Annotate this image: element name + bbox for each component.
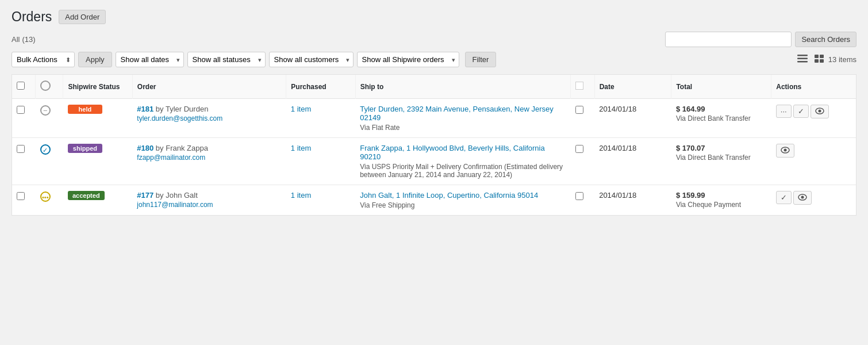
table-row: ••• accepted #177 by John Galt john117@m… bbox=[12, 185, 856, 216]
purchased-link[interactable]: 1 item bbox=[291, 191, 311, 200]
header-actions: Actions bbox=[771, 75, 856, 99]
row-purchased-cell: 1 item bbox=[286, 185, 355, 216]
all-label: All bbox=[11, 35, 20, 44]
svg-rect-5 bbox=[815, 59, 819, 63]
payment-method: Via Cheque Payment bbox=[676, 201, 767, 209]
order-by: by Frank Zappa bbox=[156, 144, 208, 152]
order-email-link[interactable]: tyler.durden@sogetthis.com bbox=[137, 114, 282, 122]
payment-method: Via Direct Bank Transfer bbox=[676, 114, 767, 122]
row-checkbox[interactable] bbox=[17, 145, 25, 153]
row-ship-checkbox[interactable] bbox=[575, 145, 583, 153]
row-ship-checkbox-cell[interactable] bbox=[571, 185, 594, 216]
total-amount: $ 170.07 bbox=[676, 144, 767, 152]
header-purchased: Purchased bbox=[286, 75, 355, 99]
ship-checkbox-header bbox=[575, 82, 583, 90]
add-order-button[interactable]: Add Order bbox=[59, 10, 106, 24]
total-amount: $ 164.99 bbox=[676, 105, 767, 113]
statuses-filter-wrapper: Show all statuses bbox=[187, 52, 266, 67]
row-date-cell: 2014/01/18 bbox=[594, 138, 671, 185]
row-actions-cell: ···✓ bbox=[771, 99, 856, 138]
row-status-icon-cell: − bbox=[36, 99, 63, 138]
row-status-icon-cell: ••• bbox=[36, 185, 63, 216]
row-order-cell: #181 by Tyler Durden tyler.durden@sogett… bbox=[132, 99, 286, 138]
row-ship-checkbox[interactable] bbox=[575, 106, 583, 114]
row-purchased-cell: 1 item bbox=[286, 138, 355, 185]
dates-filter-select[interactable]: Show all dates bbox=[116, 52, 184, 67]
page-title: Orders bbox=[11, 9, 52, 25]
action-more-button[interactable]: ··· bbox=[776, 105, 792, 118]
order-link[interactable]: #180 bbox=[137, 144, 153, 152]
filter-button[interactable]: Filter bbox=[465, 52, 497, 67]
select-all-checkbox[interactable] bbox=[17, 82, 25, 90]
row-date-cell: 2014/01/18 bbox=[594, 99, 671, 138]
svg-rect-3 bbox=[815, 55, 819, 58]
row-checkbox-cell[interactable] bbox=[12, 138, 36, 185]
order-email-link[interactable]: john117@mailinator.com bbox=[137, 201, 282, 209]
ship-name-link[interactable]: John Galt, 1 Infinite Loop, Cupertino, C… bbox=[360, 191, 538, 200]
order-link[interactable]: #177 bbox=[137, 191, 153, 200]
payment-method: Via Direct Bank Transfer bbox=[676, 154, 767, 162]
row-shipto-cell: John Galt, 1 Infinite Loop, Cupertino, C… bbox=[355, 185, 571, 216]
header-order: Order bbox=[132, 75, 286, 99]
action-view-button[interactable] bbox=[776, 144, 794, 158]
svg-point-10 bbox=[783, 149, 786, 152]
purchased-link[interactable]: 1 item bbox=[291, 144, 311, 152]
purchased-link[interactable]: 1 item bbox=[291, 105, 311, 113]
grid-view-button[interactable] bbox=[812, 52, 826, 67]
action-complete-button[interactable]: ✓ bbox=[793, 105, 809, 118]
list-view-button[interactable] bbox=[795, 52, 810, 67]
svg-rect-0 bbox=[797, 55, 808, 56]
header-select-all[interactable] bbox=[12, 75, 36, 99]
row-date-cell: 2014/01/18 bbox=[594, 185, 671, 216]
order-link[interactable]: #181 bbox=[137, 105, 153, 113]
action-view-button[interactable] bbox=[811, 105, 829, 118]
ship-name-link[interactable]: Tyler Durden, 2392 Main Avenue, Pensauke… bbox=[360, 105, 554, 122]
ship-method: Via Free Shipping bbox=[360, 201, 566, 209]
header-ship-checkbox[interactable] bbox=[571, 75, 594, 99]
table-row: − held #181 by Tyler Durden tyler.durden… bbox=[12, 99, 856, 138]
row-total-cell: $ 164.99 Via Direct Bank Transfer bbox=[671, 99, 771, 138]
customers-filter-select[interactable]: Show all customers bbox=[269, 52, 354, 67]
status-badge: shipped bbox=[68, 144, 102, 153]
action-complete-button[interactable]: ✓ bbox=[776, 191, 792, 204]
row-purchased-cell: 1 item bbox=[286, 99, 355, 138]
row-checkbox-cell[interactable] bbox=[12, 185, 36, 216]
order-email-link[interactable]: fzapp@mailinator.com bbox=[137, 154, 282, 162]
statuses-filter-select[interactable]: Show all statuses bbox=[187, 52, 266, 67]
header-ship-to: Ship to bbox=[355, 75, 571, 99]
ship-name-link[interactable]: Frank Zappa, 1 Hollywood Blvd, Beverly H… bbox=[360, 144, 545, 161]
shipwire-filter-select[interactable]: Show all Shipwire orders bbox=[357, 52, 459, 67]
header-date: Date bbox=[594, 75, 671, 99]
apply-button[interactable]: Apply bbox=[78, 52, 112, 67]
bulk-actions-select[interactable]: Bulk Actions bbox=[11, 52, 75, 67]
row-ship-checkbox-cell[interactable] bbox=[571, 99, 594, 138]
items-count: 13 items bbox=[828, 55, 857, 64]
row-shipwire-badge-cell: accepted bbox=[63, 185, 132, 216]
search-input[interactable] bbox=[665, 32, 792, 47]
row-checkbox[interactable] bbox=[17, 106, 25, 114]
row-actions-cell bbox=[771, 138, 856, 185]
header-total: Total bbox=[671, 75, 771, 99]
svg-point-12 bbox=[801, 196, 804, 199]
orders-table: Shipwire Status Order Purchased Ship to … bbox=[12, 75, 856, 215]
header-status-icon bbox=[36, 75, 63, 99]
row-total-cell: $ 159.99 Via Cheque Payment bbox=[671, 185, 771, 216]
row-checkbox-cell[interactable] bbox=[12, 99, 36, 138]
row-total-cell: $ 170.07 Via Direct Bank Transfer bbox=[671, 138, 771, 185]
svg-rect-1 bbox=[797, 57, 808, 59]
row-checkbox[interactable] bbox=[17, 192, 25, 200]
row-actions-cell: ✓ bbox=[771, 185, 856, 216]
svg-rect-2 bbox=[797, 61, 808, 63]
row-shipto-cell: Frank Zappa, 1 Hollywood Blvd, Beverly H… bbox=[355, 138, 571, 185]
count-bar: All (13) Search Orders bbox=[11, 32, 857, 47]
svg-rect-6 bbox=[820, 59, 824, 63]
row-ship-checkbox-cell[interactable] bbox=[571, 138, 594, 185]
row-order-cell: #180 by Frank Zappa fzapp@mailinator.com bbox=[132, 138, 286, 185]
row-status-icon-cell: ✓ bbox=[36, 138, 63, 185]
ship-method: Via USPS Priority Mail + Delivery Confir… bbox=[360, 163, 566, 179]
search-orders-button[interactable]: Search Orders bbox=[795, 32, 857, 47]
action-view-button[interactable] bbox=[793, 191, 812, 205]
order-by: by John Galt bbox=[156, 191, 198, 200]
row-ship-checkbox[interactable] bbox=[575, 192, 583, 200]
row-shipto-cell: Tyler Durden, 2392 Main Avenue, Pensauke… bbox=[355, 99, 571, 138]
